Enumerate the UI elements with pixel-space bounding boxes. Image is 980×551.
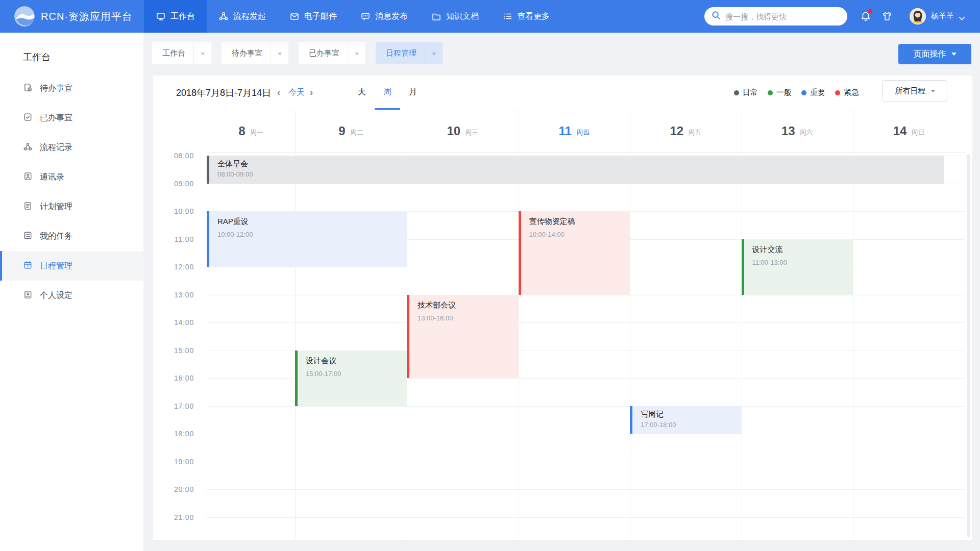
profile-icon	[23, 290, 33, 302]
tab-日程管理[interactable]: 日程管理×	[376, 42, 443, 64]
page-action-label: 页面操作	[914, 49, 946, 60]
event-time: 10:00-12:00	[217, 231, 402, 238]
day-weekday: 周五	[688, 125, 701, 137]
sidebar-item-待办事宜[interactable]: 待办事宜	[0, 73, 143, 103]
vertical-scrollbar[interactable]	[967, 155, 970, 537]
day-weekday: 周三	[465, 125, 478, 137]
event-title: 写周记	[641, 409, 737, 419]
event-time: 10:00-14:00	[529, 231, 625, 238]
nav-item-工作台[interactable]: 工作台	[144, 0, 207, 33]
folder-icon	[431, 11, 442, 21]
tab-close-icon[interactable]: ×	[425, 42, 443, 64]
sidebar-item-label: 我的任务	[40, 231, 72, 242]
day-number: 14	[893, 124, 907, 138]
tab-close-icon[interactable]: ×	[194, 42, 211, 64]
event-宣传物资定稿[interactable]: 宣传物资定稿10:00-14:00	[519, 211, 630, 295]
day-header-14: 14周日	[853, 110, 965, 152]
event-title: 宣传物资定稿	[529, 216, 625, 227]
schedule-filter-select[interactable]: 所有日程	[883, 80, 947, 102]
caret-down-icon	[951, 53, 957, 56]
sidebar-item-已办事宜[interactable]: 已办事宜	[0, 103, 143, 133]
event-title: 技术部会议	[418, 300, 513, 310]
list-icon	[502, 11, 512, 21]
time-label-11:00: 11:00	[158, 235, 194, 243]
nav-item-label: 工作台	[170, 11, 195, 22]
time-label-15:00: 15:00	[158, 346, 194, 355]
legend-label: 日常	[743, 88, 758, 97]
priority-legend: 日常一般重要紧急	[734, 76, 859, 110]
notification-badge	[868, 9, 872, 13]
grid-hour-line	[207, 406, 965, 407]
today-button[interactable]: 今天	[288, 87, 305, 98]
tab-close-icon[interactable]: ×	[348, 42, 365, 64]
day-header-13: 13周六	[742, 110, 853, 152]
sidebar-item-流程记录[interactable]: 流程记录	[0, 133, 143, 162]
event-time: 15:00-17:00	[306, 370, 402, 378]
sidebar: 工作台 待办事宜已办事宜流程记录通讯录计划管理我的任务日程管理个人设定	[0, 33, 143, 551]
event-设计交流[interactable]: 设计交流11:00-13:00	[742, 239, 853, 295]
time-label-08:00: 08:00	[158, 152, 194, 160]
nav-item-知识文档[interactable]: 知识文档	[420, 0, 491, 33]
search-box[interactable]	[704, 7, 847, 26]
view-tab-月[interactable]: 月	[400, 76, 426, 110]
sidebar-item-通讯录[interactable]: 通讯录	[0, 162, 143, 192]
event-RAP重设[interactable]: RAP重设10:00-12:00	[207, 211, 407, 267]
calendar-toolbar: 2018年7月8日-7月14日 ‹ 今天 › 天周月 日常一般重要紧急 所有日程	[153, 76, 972, 110]
event-time: 13:00-16:00	[418, 314, 513, 322]
user-avatar[interactable]	[910, 8, 926, 24]
day-header-9: 9周二	[295, 110, 407, 152]
day-header-12: 12周五	[630, 110, 742, 152]
notifications-bell-icon[interactable]	[860, 10, 872, 22]
nav-item-流程发起[interactable]: 流程发起	[207, 0, 278, 33]
search-input[interactable]	[725, 12, 832, 21]
sidebar-item-计划管理[interactable]: 计划管理	[0, 192, 143, 221]
page-action-button[interactable]: 页面操作	[898, 44, 971, 64]
next-week-chevron-icon[interactable]: ›	[310, 87, 313, 98]
time-label-16:00: 16:00	[158, 374, 194, 382]
brand-title: RCN·资源应用平台	[41, 10, 133, 23]
user-name[interactable]: 杨羊羊	[931, 11, 954, 21]
tab-label: 已办事宜	[299, 42, 348, 64]
user-menu-chevron-down-icon[interactable]	[959, 14, 965, 23]
tab-label: 待办事宜	[222, 42, 271, 64]
sidebar-item-label: 通讯录	[40, 172, 64, 183]
prev-week-chevron-icon[interactable]: ‹	[277, 87, 280, 98]
day-header-10: 10周三	[407, 110, 519, 152]
event-设计会议[interactable]: 设计会议15:00-17:00	[295, 350, 407, 406]
brand-logo-icon	[14, 6, 35, 27]
grid-hour-line	[207, 295, 965, 295]
todo-icon	[23, 83, 33, 94]
nav-item-消息发布[interactable]: 消息发布	[349, 0, 420, 33]
tab-待办事宜[interactable]: 待办事宜×	[222, 42, 288, 64]
tab-close-icon[interactable]: ×	[271, 42, 288, 64]
tab-已办事宜[interactable]: 已办事宜×	[299, 42, 365, 64]
schedule-filter-label: 所有日程	[895, 86, 926, 96]
nav-item-查看更多[interactable]: 查看更多	[491, 0, 561, 33]
sidebar-item-label: 已办事宜	[40, 113, 72, 123]
legend-label: 紧急	[844, 88, 859, 97]
event-time: 08:00-09:00	[217, 170, 939, 178]
theme-shirt-icon[interactable]	[881, 10, 893, 22]
event-写周记[interactable]: 写周记17:00-18:00	[630, 406, 742, 434]
legend-item-一般: 一般	[768, 88, 792, 97]
event-time: 17:00-18:00	[641, 421, 737, 429]
contacts-icon	[23, 171, 33, 183]
tab-工作台[interactable]: 工作台×	[152, 42, 211, 64]
day-number: 13	[781, 124, 795, 138]
view-tab-周[interactable]: 周	[375, 76, 400, 110]
event-全体早会[interactable]: 全体早会08:00-09:00	[207, 156, 944, 184]
event-技术部会议[interactable]: 技术部会议13:00-16:00	[407, 295, 519, 379]
sidebar-item-我的任务[interactable]: 我的任务	[0, 221, 143, 251]
day-number: 9	[338, 124, 345, 138]
sidebar-item-label: 日程管理	[40, 261, 72, 271]
nav-item-电子邮件[interactable]: 电子邮件	[278, 0, 349, 33]
view-tab-天[interactable]: 天	[349, 76, 375, 110]
event-time: 11:00-13:00	[752, 259, 848, 266]
nav-item-label: 电子邮件	[304, 11, 337, 22]
sidebar-item-个人设定[interactable]: 个人设定	[0, 281, 143, 310]
time-label-09:00: 09:00	[158, 180, 194, 188]
sidebar-item-日程管理[interactable]: 日程管理	[0, 251, 143, 281]
day-number: 8	[238, 124, 245, 138]
open-page-tabs: 工作台×待办事宜×已办事宜×日程管理×	[152, 42, 443, 64]
day-weekday: 周四	[576, 125, 590, 137]
